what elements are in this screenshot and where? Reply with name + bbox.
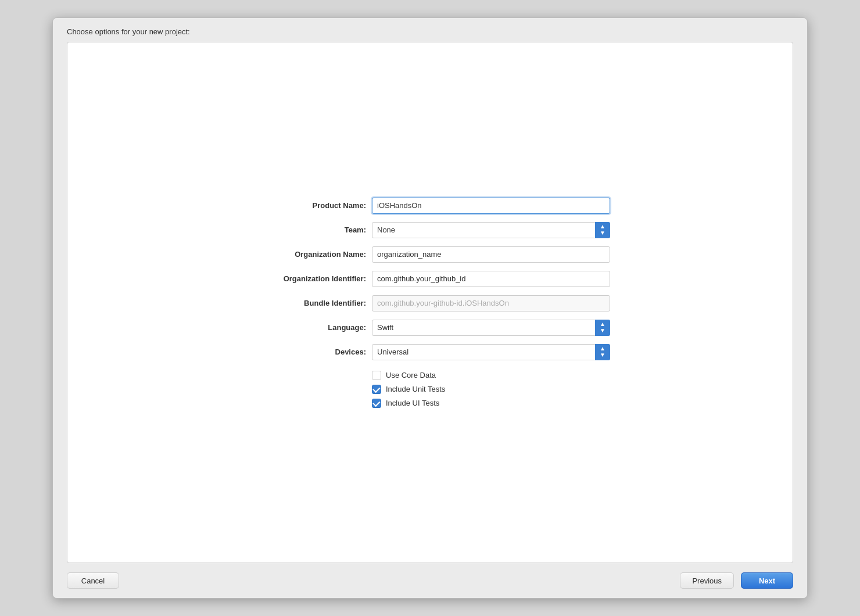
language-field: Swift ▲ ▼	[372, 320, 610, 336]
language-label: Language:	[250, 323, 372, 332]
org-name-label: Organization Name:	[250, 250, 372, 259]
include-ui-tests-row: Include UI Tests	[372, 399, 610, 408]
language-select-wrapper: Swift ▲ ▼	[372, 320, 610, 336]
team-field: None ▲ ▼	[372, 222, 610, 238]
org-id-field	[372, 271, 610, 287]
devices-select-wrapper: Universal ▲ ▼	[372, 344, 610, 360]
include-unit-tests-checkbox[interactable]	[372, 385, 381, 394]
bundle-id-label: Bundle Identifier:	[250, 299, 372, 307]
product-name-field	[372, 198, 610, 214]
next-button[interactable]: Next	[741, 572, 793, 589]
use-core-data-label: Use Core Data	[386, 371, 436, 379]
team-label: Team:	[250, 225, 372, 234]
include-ui-tests-label: Include UI Tests	[386, 399, 439, 407]
org-name-field	[372, 246, 610, 263]
include-unit-tests-row: Include Unit Tests	[372, 385, 610, 394]
team-select-wrapper: None ▲ ▼	[372, 222, 610, 238]
use-core-data-row: Use Core Data	[372, 371, 610, 380]
use-core-data-checkbox[interactable]	[372, 371, 381, 380]
org-id-label: Organization Identifier:	[250, 274, 372, 283]
previous-button[interactable]: Previous	[680, 572, 734, 589]
dialog-header: Choose options for your new project:	[53, 18, 807, 42]
product-name-label: Product Name:	[250, 201, 372, 210]
bundle-id-row: Bundle Identifier:	[250, 295, 610, 311]
devices-row: Devices: Universal ▲ ▼	[250, 344, 610, 360]
language-row: Language: Swift ▲ ▼	[250, 320, 610, 336]
org-name-row: Organization Name:	[250, 246, 610, 263]
new-project-dialog: Choose options for your new project: Pro…	[52, 17, 808, 599]
cancel-button[interactable]: Cancel	[67, 572, 119, 589]
team-select[interactable]: None	[372, 222, 610, 238]
devices-field: Universal ▲ ▼	[372, 344, 610, 360]
product-name-row: Product Name:	[250, 198, 610, 214]
include-ui-tests-checkbox[interactable]	[372, 399, 381, 408]
dialog-content: Product Name: Team: None ▲	[67, 42, 793, 563]
org-id-input[interactable]	[372, 271, 610, 287]
dialog-footer: Cancel Previous Next	[53, 563, 807, 598]
org-id-row: Organization Identifier:	[250, 271, 610, 287]
include-unit-tests-label: Include Unit Tests	[386, 385, 445, 393]
product-name-input[interactable]	[372, 198, 610, 214]
devices-select[interactable]: Universal	[372, 344, 610, 360]
dialog-title: Choose options for your new project:	[67, 27, 190, 36]
form-container: Product Name: Team: None ▲	[250, 198, 610, 408]
language-select[interactable]: Swift	[372, 320, 610, 336]
footer-right-buttons: Previous Next	[680, 572, 793, 589]
devices-label: Devices:	[250, 348, 372, 356]
team-row: Team: None ▲ ▼	[250, 222, 610, 238]
checkboxes-area: Use Core Data Include Unit Tests Include…	[372, 371, 610, 408]
bundle-id-input	[372, 295, 610, 311]
bundle-id-field	[372, 295, 610, 311]
org-name-input[interactable]	[372, 246, 610, 263]
